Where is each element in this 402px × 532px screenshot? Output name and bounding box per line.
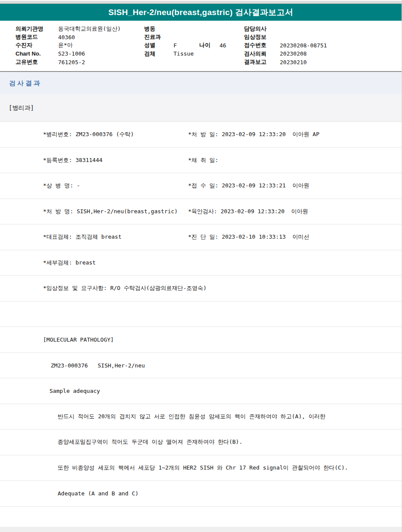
table-row: *등록번호: 38311444 *채 취 일:	[0, 148, 402, 174]
table-row-sample-adequacy: Sample adequacy	[0, 378, 402, 404]
field-label: 고유번호	[15, 58, 58, 66]
field-left: *병리번호: ZM23-000376 (수탁)	[43, 131, 134, 138]
field-value: F	[173, 42, 177, 49]
window-top-strip	[0, 0, 402, 4]
field-right: *진 단 일: 2023-02-10 10:33:13 이미선	[188, 233, 309, 241]
field-label: 의뢰기관명	[15, 25, 58, 33]
field-value: 윤*아	[58, 41, 73, 49]
results-section-title: 검사결과	[9, 79, 42, 87]
field-label: 진료과	[144, 33, 173, 41]
field-value: 20230208	[280, 50, 307, 57]
table-row-criteria-c: 또한 비종양성 세포의 핵에서 세포당 1~2개의 HER2 SISH 와 Ch…	[0, 455, 402, 481]
pathology-number: ZM23-000376	[51, 362, 88, 368]
table-row-empty	[0, 302, 402, 327]
info-row-accession-no: 접수번호 20230208-08751	[244, 41, 327, 50]
patient-info-col-middle: 병동 진료과 성별 F 나이 46 검체 Tissue	[144, 25, 247, 58]
info-row-department: 진료과	[144, 33, 247, 41]
field-right: *채 취 일:	[188, 156, 218, 164]
table-row: *세부검체: breast	[0, 250, 402, 276]
department-band: [병리과]	[0, 95, 402, 122]
field-label: 접수번호	[244, 41, 280, 49]
table-row: *임상정보 및 요구사항: R/O 수탁검사(삼광의료재단-조영숙)	[0, 276, 402, 302]
field-label: 담당의사	[244, 25, 280, 33]
field-label: 임상정보	[244, 33, 280, 41]
field-left: *대표검체: 조직검체 breast	[43, 233, 121, 241]
info-row-specimen: 검체 Tissue	[144, 50, 247, 58]
field-value: Tissue	[173, 50, 194, 57]
info-row-hospital-code: 병원코드 40360	[15, 33, 121, 41]
table-row-molecular-pathology: [MOLECULAR PATHOLOGY]	[0, 327, 402, 353]
field-left: *세부검체: breast	[43, 259, 96, 267]
field-value: 761205-2	[58, 59, 85, 65]
field-label: 검사의뢰	[244, 50, 280, 58]
field-label: 병원코드	[15, 33, 58, 41]
field-left: 반드시 적어도 20개의 겹치지 않고 서로 인접한 침윤성 암세포의 핵이 존…	[58, 413, 325, 420]
page-title: SISH_Her-2/neu(breast,gastric) 검사결과보고서	[108, 7, 294, 18]
info-row-unique-no: 고유번호 761205-2	[15, 58, 121, 66]
field-left: *처 방 명: SISH,Her-2/neu(breast,gastric)	[43, 208, 178, 215]
report-title-bar: SISH_Her-2/neu(breast,gastric) 검사결과보고서	[0, 4, 402, 21]
field-value: 20230208-08751	[280, 42, 327, 49]
info-row-order-date: 검사의뢰 20230208	[244, 50, 327, 58]
info-row-report-date: 결과보고 20230210	[244, 58, 327, 66]
table-row-empty	[0, 507, 402, 527]
field-left: *등록번호: 38311444	[43, 156, 102, 164]
field-left: 또한 비종양성 세포의 핵에서 세포당 1~2개의 HER2 SISH 와 Ch…	[58, 464, 348, 472]
field-right: *접 수 일: 2023-02-09 12:33:21 이아원	[188, 182, 309, 190]
table-row-criteria-a: 반드시 적어도 20개의 겹치지 않고 서로 인접한 침윤성 암세포의 핵이 존…	[0, 404, 402, 430]
info-row-patient-name: 수진자 윤*아	[15, 41, 121, 50]
results-section-header: 검사결과	[0, 71, 402, 95]
age-label: 나이	[199, 41, 210, 49]
info-row-institution: 의뢰기관명 동국대학교의료원(일산)	[15, 25, 121, 33]
window-bottom-strip	[0, 527, 402, 532]
report-page: SISH_Her-2/neu(breast,gastric) 검사결과보고서 의…	[0, 0, 402, 532]
field-left: 종양세포밀집구역이 적어도 두군데 이상 떨어져 존재하여야 한다(B).	[58, 438, 242, 446]
info-row-clinical-info: 임상정보	[244, 33, 327, 41]
info-row-chart-no: Chart No. S23-1006	[15, 50, 121, 58]
age-value: 46	[220, 42, 226, 49]
table-row: *대표검체: 조직검체 breast *진 단 일: 2023-02-10 10…	[0, 224, 402, 250]
patient-info-col-left: 의뢰기관명 동국대학교의료원(일산) 병원코드 40360 수진자 윤*아 Ch…	[15, 25, 121, 66]
field-label: 검체	[144, 50, 173, 58]
info-row-sex-age: 성별 F 나이 46	[144, 41, 247, 50]
field-left: [MOLECULAR PATHOLOGY]	[43, 336, 114, 343]
test-name: SISH,Her-2/neu	[98, 362, 145, 368]
field-value: 20230210	[280, 59, 307, 65]
field-label: 결과보고	[244, 58, 280, 66]
field-value: 40360	[58, 34, 75, 40]
table-row-test-id: ZM23-000376 SISH,Her-2/neu	[0, 353, 402, 379]
table-row: *처 방 명: SISH,Her-2/neu(breast,gastric) *…	[0, 199, 402, 225]
report-rows: *병리번호: ZM23-000376 (수탁) *처 방 일: 2023-02-…	[0, 122, 402, 527]
info-row-ward: 병동	[144, 25, 247, 33]
field-label: 성별	[144, 41, 173, 49]
info-row-doctor: 담당의사	[244, 25, 327, 33]
patient-info-col-right: 담당의사 임상정보 접수번호 20230208-08751 검사의뢰 20230…	[244, 25, 327, 66]
table-row-adequacy-result: Adequate (A and B and C)	[0, 481, 402, 507]
field-left: Sample adequacy	[49, 388, 100, 394]
field-label: 수진자	[15, 41, 58, 49]
field-value: S23-1006	[58, 50, 85, 57]
table-row: *상 병 명: - *접 수 일: 2023-02-09 12:33:21 이아…	[0, 173, 402, 199]
field-right: *처 방 일: 2023-02-09 12:33:20 이아원 AP	[188, 131, 319, 138]
table-row: *병리번호: ZM23-000376 (수탁) *처 방 일: 2023-02-…	[0, 122, 402, 148]
field-left: *임상정보 및 요구사항: R/O 수탁검사(삼광의료재단-조영숙)	[43, 284, 207, 292]
field-left: Adequate (A and B and C)	[58, 490, 139, 497]
field-label: 병동	[144, 25, 173, 33]
field-left: *상 병 명: -	[43, 182, 80, 190]
table-row-criteria-b: 종양세포밀집구역이 적어도 두군데 이상 떨어져 존재하여야 한다(B).	[0, 429, 402, 455]
patient-info-block: 의뢰기관명 동국대학교의료원(일산) 병원코드 40360 수진자 윤*아 Ch…	[0, 21, 402, 71]
field-value: 동국대학교의료원(일산)	[58, 25, 121, 33]
field-right: *육안검사: 2023-02-09 12:33:20 이아원	[188, 208, 308, 215]
field-label: Chart No.	[15, 50, 58, 57]
department-label: [병리과]	[9, 104, 34, 112]
